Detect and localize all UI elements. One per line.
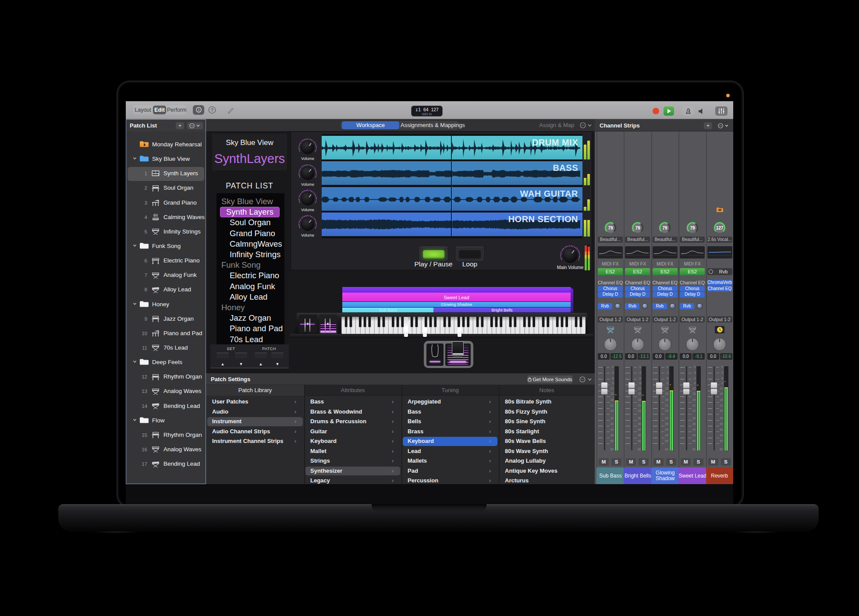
svg-text:79: 79 [635, 226, 640, 230]
svg-text:79: 79 [663, 226, 668, 230]
svg-text:79: 79 [690, 226, 695, 230]
svg-text:127: 127 [716, 226, 724, 230]
svg-text:79: 79 [608, 226, 613, 230]
svg-text:?: ? [211, 108, 213, 113]
